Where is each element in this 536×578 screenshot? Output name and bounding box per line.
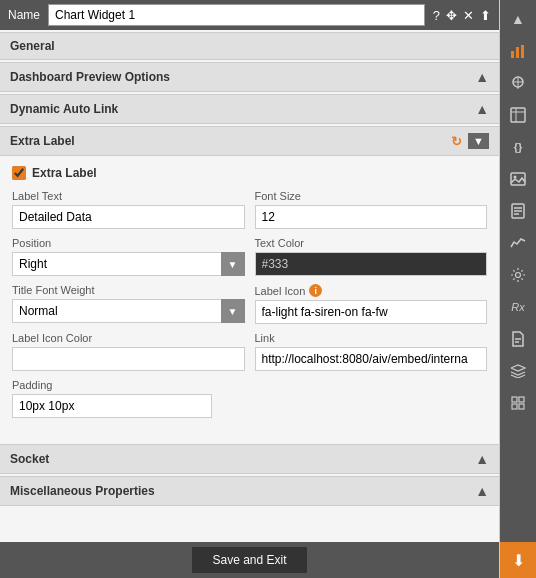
svg-rect-19 xyxy=(519,397,524,402)
right-sidebar: ▲ {} Rx ⬇ xyxy=(500,0,536,578)
label-icon-label: Label Icon xyxy=(255,285,306,297)
extra-label-section-label: Extra Label xyxy=(10,134,75,148)
extra-label-checkbox[interactable] xyxy=(12,166,26,180)
dashboard-preview-label: Dashboard Preview Options xyxy=(10,70,170,84)
svg-rect-1 xyxy=(516,47,519,58)
extra-label-checkbox-label: Extra Label xyxy=(32,166,97,180)
extra-label-section-header[interactable]: Extra Label ↻ ▼ xyxy=(0,126,499,156)
svg-point-10 xyxy=(514,176,517,179)
sidebar-icon-up[interactable]: ▲ xyxy=(502,4,534,34)
sidebar-icon-rx[interactable]: Rx xyxy=(502,292,534,322)
font-size-label: Font Size xyxy=(255,190,488,202)
link-group: Link xyxy=(255,332,488,371)
label-icon-color-input[interactable] xyxy=(12,347,245,371)
sidebar-icon-linechart[interactable] xyxy=(502,228,534,258)
misc-label: Miscellaneous Properties xyxy=(10,484,155,498)
label-text-input[interactable] xyxy=(12,205,245,229)
header-icons: ? ✥ ✕ ⬆ xyxy=(433,8,491,23)
svg-rect-20 xyxy=(512,404,517,409)
help-icon[interactable]: ? xyxy=(433,8,440,23)
title-font-weight-label: Title Font Weight xyxy=(12,284,245,296)
misc-section-header[interactable]: Miscellaneous Properties ▲ xyxy=(0,476,499,506)
refresh-icon[interactable]: ↻ xyxy=(451,134,462,149)
font-size-group: Font Size xyxy=(255,190,488,229)
svg-point-15 xyxy=(516,273,521,278)
position-select[interactable]: Right Left Center xyxy=(12,252,245,276)
sidebar-download-icon[interactable]: ⬇ xyxy=(500,542,536,578)
header-bar: Name ? ✥ ✕ ⬆ xyxy=(0,0,499,30)
padding-label: Padding xyxy=(12,379,212,391)
font-size-input[interactable] xyxy=(255,205,488,229)
socket-label: Socket xyxy=(10,452,49,466)
sidebar-icon-report[interactable] xyxy=(502,196,534,226)
sidebar-icon-code[interactable]: {} xyxy=(502,132,534,162)
svg-rect-0 xyxy=(511,51,514,58)
font-weight-group: Title Font Weight Normal Bold Light ▼ xyxy=(12,284,245,324)
general-section-header[interactable]: General xyxy=(0,32,499,60)
font-weight-select[interactable]: Normal Bold Light xyxy=(12,299,245,323)
text-color-label: Text Color xyxy=(255,237,488,249)
label-icon-group: Label Icon i xyxy=(255,284,488,324)
move-icon[interactable]: ✥ xyxy=(446,8,457,23)
dynamic-auto-link-collapse-icon[interactable]: ▲ xyxy=(475,101,489,117)
close-icon[interactable]: ✕ xyxy=(463,8,474,23)
extra-label-content: Extra Label Label Text Font Size Positio… xyxy=(0,156,499,436)
link-label: Link xyxy=(255,332,488,344)
sidebar-icon-doc[interactable] xyxy=(502,324,534,354)
sidebar-icon-image[interactable] xyxy=(502,164,534,194)
dynamic-auto-link-label: Dynamic Auto Link xyxy=(10,102,118,116)
text-color-group: Text Color xyxy=(255,237,488,276)
widget-name-input[interactable] xyxy=(48,4,425,26)
label-text-label: Label Text xyxy=(12,190,245,202)
svg-rect-6 xyxy=(511,108,525,122)
svg-rect-2 xyxy=(521,45,524,58)
socket-collapse-icon[interactable]: ▲ xyxy=(475,451,489,467)
label-icon-info-icon[interactable]: i xyxy=(309,284,322,297)
name-label: Name xyxy=(8,8,40,22)
label-text-font-size-row: Label Text Font Size xyxy=(12,190,487,229)
position-text-color-row: Position Right Left Center ▼ Text Color xyxy=(12,237,487,276)
position-label: Position xyxy=(12,237,245,249)
general-label: General xyxy=(10,39,55,53)
sidebar-icon-chart[interactable] xyxy=(502,36,534,66)
svg-rect-21 xyxy=(519,404,524,409)
content-area: General Dashboard Preview Options ▲ Dyna… xyxy=(0,30,499,542)
position-group: Position Right Left Center ▼ xyxy=(12,237,245,276)
footer-bar: Save and Exit xyxy=(0,542,499,578)
svg-rect-18 xyxy=(512,397,517,402)
padding-input[interactable] xyxy=(12,394,212,418)
label-icon-color-label: Label Icon Color xyxy=(12,332,245,344)
font-weight-select-wrapper: Normal Bold Light ▼ xyxy=(12,299,245,323)
sidebar-icon-grid[interactable] xyxy=(502,388,534,418)
position-select-wrapper: Right Left Center ▼ xyxy=(12,252,245,276)
link-input[interactable] xyxy=(255,347,488,371)
padding-group: Padding xyxy=(12,379,212,418)
label-icon-color-group: Label Icon Color xyxy=(12,332,245,371)
extra-label-collapse-icon[interactable]: ▼ xyxy=(468,133,489,149)
misc-collapse-icon[interactable]: ▲ xyxy=(475,483,489,499)
sidebar-icon-table[interactable] xyxy=(502,100,534,130)
text-color-input[interactable] xyxy=(255,252,488,276)
dashboard-preview-collapse-icon[interactable]: ▲ xyxy=(475,69,489,85)
sidebar-icon-layers[interactable] xyxy=(502,356,534,386)
label-icon-input[interactable] xyxy=(255,300,488,324)
label-icon-label-row: Label Icon i xyxy=(255,284,488,297)
icon-color-link-row: Label Icon Color Link xyxy=(12,332,487,371)
extra-label-checkbox-row: Extra Label xyxy=(12,166,487,180)
sidebar-icon-gear[interactable] xyxy=(502,260,534,290)
label-text-group: Label Text xyxy=(12,190,245,229)
collapse-icon[interactable]: ⬆ xyxy=(480,8,491,23)
dynamic-auto-link-section-header[interactable]: Dynamic Auto Link ▲ xyxy=(0,94,499,124)
save-exit-button[interactable]: Save and Exit xyxy=(192,547,306,573)
font-weight-label-icon-row: Title Font Weight Normal Bold Light ▼ La… xyxy=(12,284,487,324)
padding-row: Padding xyxy=(12,379,487,418)
dashboard-preview-section-header[interactable]: Dashboard Preview Options ▲ xyxy=(0,62,499,92)
socket-section-header[interactable]: Socket ▲ xyxy=(0,444,499,474)
sidebar-icon-map[interactable] xyxy=(502,68,534,98)
